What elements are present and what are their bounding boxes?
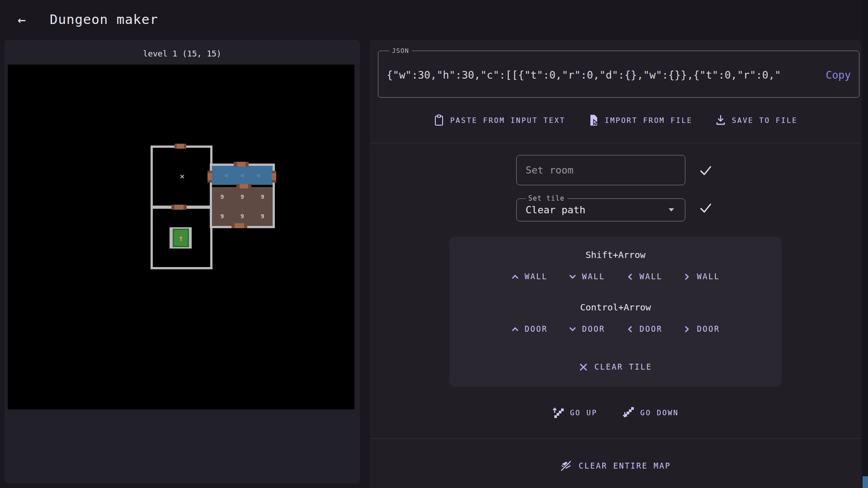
keyboard-shortcuts-card: Shift+Arrow WALL WALL WALL WALL <box>449 237 782 387</box>
confirm-tile-button[interactable] <box>696 198 715 217</box>
download-icon <box>715 114 726 126</box>
door <box>171 205 187 210</box>
door <box>175 144 186 149</box>
furniture-icon: 9 <box>241 213 244 220</box>
clipboard-icon <box>434 114 444 126</box>
import-from-file-button[interactable]: IMPORT FROM FILE <box>588 114 693 126</box>
wall-down-button[interactable]: WALL <box>569 272 605 281</box>
set-room-input[interactable] <box>516 155 685 185</box>
set-tile-value: Clear path <box>526 204 585 216</box>
set-tile-label: Set tile <box>526 194 567 202</box>
door-up-label: DOOR <box>525 324 548 333</box>
wall-buttons-row: WALL WALL WALL WALL <box>449 272 782 281</box>
back-button[interactable]: ← <box>12 10 32 30</box>
go-up-label: GO UP <box>570 408 598 417</box>
go-up-button[interactable]: GO UP <box>552 407 598 418</box>
clear-tile-label: CLEAR TILE <box>594 362 652 371</box>
clear-entire-map-button[interactable]: CLEAR ENTIRE MAP <box>560 460 671 472</box>
save-label: SAVE TO FILE <box>732 116 798 125</box>
topbar: ← Dungeon maker <box>0 0 868 39</box>
page-title: Dungeon maker <box>50 12 158 27</box>
caret-down-icon <box>669 208 674 211</box>
water-room: ≈ ≈ ≈ <box>212 166 273 185</box>
copy-button[interactable]: Copy <box>826 69 851 81</box>
json-actions: PASTE FROM INPUT TEXT IMPORT FROM FILE S… <box>370 98 861 143</box>
map-panel: level 1 (15, 15) ≈ ≈ ≈ 9 9 9 9 9 9 <box>5 40 360 483</box>
stairs-up-pad: ↑ <box>173 229 189 247</box>
furniture-icon: 9 <box>220 193 224 200</box>
stairs-up-icon <box>552 407 564 418</box>
check-icon <box>698 163 713 178</box>
door-up-button[interactable]: DOOR <box>511 324 548 333</box>
set-tile-row: Set tile Clear path <box>370 194 861 221</box>
paste-from-input-button[interactable]: PASTE FROM INPUT TEXT <box>434 114 566 126</box>
door <box>234 162 249 167</box>
divider <box>370 438 861 439</box>
scrollbar-track[interactable] <box>863 0 868 488</box>
furniture-icon: 9 <box>241 193 244 200</box>
x-icon <box>579 363 588 371</box>
arrow-left-icon: ← <box>18 12 26 28</box>
dungeon-maker-app: ← Dungeon maker level 1 (15, 15) ≈ ≈ ≈ 9… <box>0 0 868 488</box>
set-room-row <box>370 155 861 185</box>
json-field-label: JSON <box>389 47 412 54</box>
wall-down-label: WALL <box>582 272 605 281</box>
door-right-label: DOOR <box>697 324 720 333</box>
wall-right-label: WALL <box>697 272 720 281</box>
door-buttons-row: DOOR DOOR DOOR DOOR <box>449 324 782 333</box>
scrollbar-thumb[interactable] <box>863 476 868 488</box>
furniture-icon: 9 <box>261 193 264 200</box>
clear-map-row: CLEAR ENTIRE MAP <box>370 460 861 472</box>
go-down-button[interactable]: GO DOWN <box>623 407 679 418</box>
file-import-icon <box>588 114 599 126</box>
map-canvas[interactable]: ≈ ≈ ≈ 9 9 9 9 9 9 ✕ <box>8 65 354 409</box>
furniture-icon: 9 <box>220 213 224 220</box>
import-label: IMPORT FROM FILE <box>605 116 693 125</box>
clear-tile-button[interactable]: CLEAR TILE <box>579 362 652 371</box>
door-right-button[interactable]: DOOR <box>683 324 720 333</box>
wall-left-button[interactable]: WALL <box>626 272 663 281</box>
wall-up-label: WALL <box>525 272 548 281</box>
chevron-left-icon <box>626 325 634 333</box>
chevron-up-icon <box>511 273 519 281</box>
check-icon <box>698 201 713 215</box>
door <box>231 223 247 228</box>
save-to-file-button[interactable]: SAVE TO FILE <box>715 114 798 126</box>
confirm-room-button[interactable] <box>696 161 715 180</box>
furniture-icon: 9 <box>261 213 264 220</box>
chevron-up-icon <box>511 325 519 333</box>
wall-up-button[interactable]: WALL <box>511 272 548 281</box>
wall-left-label: WALL <box>640 272 663 281</box>
door <box>208 171 212 183</box>
stairs-up-arrow-icon: ↑ <box>178 233 184 244</box>
door-down-button[interactable]: DOOR <box>569 324 605 333</box>
chevron-right-icon <box>683 325 691 333</box>
door <box>236 184 251 188</box>
layers-off-icon <box>560 460 572 472</box>
wall-right-button[interactable]: WALL <box>683 272 720 281</box>
chevron-right-icon <box>683 273 691 281</box>
water-icon: ≈ <box>224 172 228 179</box>
water-icon: ≈ <box>241 172 244 179</box>
door-left-button[interactable]: DOOR <box>626 324 663 333</box>
control-panel: JSON {"w":30,"h":30,"c":[[{"t":0,"r":0,"… <box>370 40 861 488</box>
stairs-down-icon <box>623 407 634 418</box>
furnished-room: 9 9 9 9 9 9 <box>212 187 273 226</box>
room-block-right: ≈ ≈ ≈ 9 9 9 9 9 9 <box>210 164 275 228</box>
stairs-up-tile: ↑ <box>170 227 192 249</box>
paste-label: PASTE FROM INPUT TEXT <box>450 116 566 125</box>
tile-marker: ✕ <box>178 172 187 181</box>
water-icon: ≈ <box>256 172 260 179</box>
set-tile-select[interactable]: Set tile Clear path <box>516 194 685 221</box>
door <box>272 171 276 183</box>
json-content[interactable]: {"w":30,"h":30,"c":[[{"t":0,"r":0,"d":{}… <box>387 69 817 81</box>
json-field: JSON {"w":30,"h":30,"c":[[{"t":0,"r":0,"… <box>378 47 859 98</box>
go-down-label: GO DOWN <box>640 408 679 417</box>
door-left-label: DOOR <box>640 324 663 333</box>
door-down-label: DOOR <box>582 324 605 333</box>
chevron-left-icon <box>626 273 634 281</box>
shift-arrow-heading: Shift+Arrow <box>449 249 782 260</box>
control-arrow-heading: Control+Arrow <box>449 302 782 313</box>
chevron-down-icon <box>569 273 576 281</box>
clear-map-label: CLEAR ENTIRE MAP <box>579 461 671 470</box>
